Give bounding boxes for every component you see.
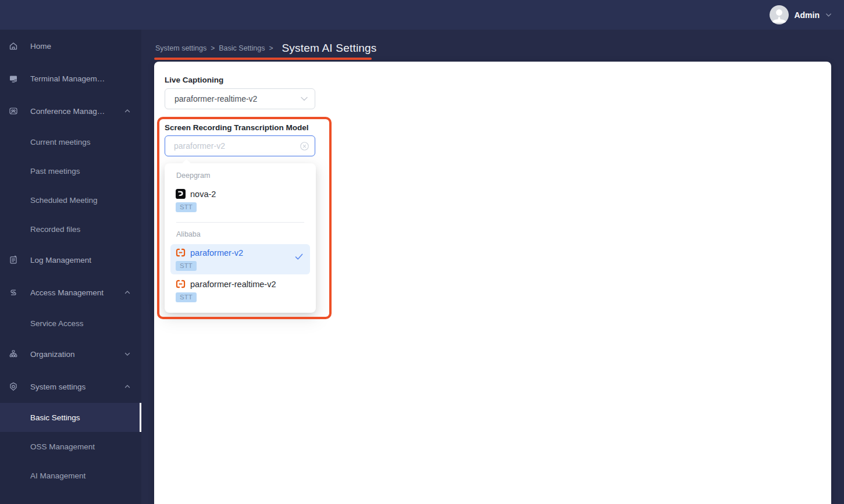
sidebar-item-label: Recorded files xyxy=(30,225,80,234)
sidebar-item-scheduled-meeting[interactable]: Scheduled Meeting xyxy=(0,185,141,215)
deepgram-logo-icon xyxy=(176,189,186,199)
chevron-up-icon xyxy=(124,383,131,390)
sidebar-item-label: Current meetings xyxy=(30,138,91,146)
dropdown-group-alibaba: Alibaba xyxy=(176,230,310,238)
sidebar-item-organization[interactable]: Organization xyxy=(0,338,141,370)
model-dropdown: Deepgram nova-2 STT Alibaba xyxy=(165,163,316,313)
settings-card: Live Captioning paraformer-realtime-v2 S… xyxy=(154,62,831,504)
page-title: System AI Settings xyxy=(282,42,376,55)
sidebar-item-terminal-management[interactable]: Terminal Managem… xyxy=(0,62,141,95)
sidebar-item-service-access[interactable]: Service Access xyxy=(0,309,141,338)
access-icon xyxy=(9,288,18,297)
option-label: paraformer-v2 xyxy=(190,248,243,258)
option-label: paraformer-realtime-v2 xyxy=(190,280,276,289)
stt-badge: STT xyxy=(176,202,197,212)
breadcrumb-separator: > xyxy=(269,44,273,52)
dropdown-caret xyxy=(182,159,191,169)
chevron-up-icon xyxy=(124,108,131,115)
breadcrumb: System settings > Basic Settings > Syste… xyxy=(155,39,377,58)
user-menu[interactable]: Admin xyxy=(770,0,832,30)
annotation-underline xyxy=(154,58,372,60)
transcription-model-field xyxy=(165,135,315,156)
live-captioning-value: paraformer-realtime-v2 xyxy=(175,94,301,103)
alibaba-logo-icon xyxy=(176,280,186,288)
conference-icon xyxy=(9,106,18,116)
dropdown-divider xyxy=(176,222,304,223)
chevron-down-icon xyxy=(124,351,131,358)
content-area: System settings > Basic Settings > Syste… xyxy=(141,30,844,504)
sidebar-item-home[interactable]: Home xyxy=(0,30,141,62)
live-captioning-select[interactable]: paraformer-realtime-v2 xyxy=(165,88,315,109)
option-paraformer-realtime-v2[interactable]: paraformer-realtime-v2 STT xyxy=(170,276,310,306)
sidebar-item-label: Service Access xyxy=(30,319,84,328)
stt-badge: STT xyxy=(176,261,197,271)
sidebar-item-system-settings[interactable]: System settings xyxy=(0,370,141,403)
sidebar-item-label: Home xyxy=(30,42,131,51)
sidebar-item-past-meetings[interactable]: Past meetings xyxy=(0,156,141,185)
sidebar-item-access-management[interactable]: Access Management xyxy=(0,276,141,309)
clear-icon[interactable] xyxy=(300,142,309,151)
sidebar-item-label: Past meetings xyxy=(30,167,80,176)
chevron-down-icon xyxy=(301,96,308,101)
sidebar-item-label: Log Management xyxy=(30,256,131,264)
sidebar-item-ai-management[interactable]: AI Management xyxy=(0,461,141,490)
check-icon xyxy=(295,253,303,260)
sidebar-item-label: Scheduled Meeting xyxy=(30,196,98,205)
breadcrumb-basic-settings[interactable]: Basic Settings xyxy=(219,44,265,52)
person-icon xyxy=(770,5,789,24)
settings-icon xyxy=(9,382,18,391)
option-label: nova-2 xyxy=(190,190,216,199)
sidebar-item-label: Access Management xyxy=(30,288,119,297)
option-paraformer-v2[interactable]: paraformer-v2 STT xyxy=(170,244,310,274)
transcription-model-label: Screen Recording Transcription Model xyxy=(165,123,309,132)
sidebar-nav: Home Terminal Managem… Conference Manag…… xyxy=(0,30,141,504)
log-icon xyxy=(9,255,18,264)
sidebar-item-current-meetings[interactable]: Current meetings xyxy=(0,127,141,156)
sidebar-item-label: Basic Settings xyxy=(30,413,80,422)
option-nova-2[interactable]: nova-2 STT xyxy=(170,185,310,216)
transcription-model-search-input[interactable] xyxy=(165,135,315,156)
top-header-bar: Admin xyxy=(0,0,844,30)
stt-badge: STT xyxy=(176,292,197,302)
sidebar-item-label: OSS Management xyxy=(30,442,95,451)
sidebar-item-label: Terminal Managem… xyxy=(30,74,131,83)
chevron-up-icon xyxy=(124,289,131,296)
sidebar-item-conference-management[interactable]: Conference Manag… xyxy=(0,95,141,127)
dropdown-group-deepgram: Deepgram xyxy=(176,171,310,180)
organization-icon xyxy=(9,349,18,359)
breadcrumb-separator: > xyxy=(211,44,215,52)
breadcrumb-system-settings[interactable]: System settings xyxy=(155,44,206,52)
alibaba-logo-icon xyxy=(176,248,186,257)
sidebar-item-recorded-files[interactable]: Recorded files xyxy=(0,215,141,244)
terminal-icon xyxy=(9,74,18,83)
sidebar-item-basic-settings[interactable]: Basic Settings xyxy=(0,403,141,432)
sidebar-item-log-management[interactable]: Log Management xyxy=(0,244,141,276)
live-captioning-label: Live Captioning xyxy=(165,76,223,84)
sidebar-item-label: Conference Manag… xyxy=(30,107,119,116)
home-icon xyxy=(9,41,18,51)
sidebar-item-oss-management[interactable]: OSS Management xyxy=(0,432,141,461)
sidebar-item-label: AI Management xyxy=(30,471,86,480)
sidebar-item-label: System settings xyxy=(30,383,119,391)
sidebar-item-label: Organization xyxy=(30,350,119,359)
user-name: Admin xyxy=(794,10,820,20)
chevron-down-icon[interactable] xyxy=(825,11,832,19)
avatar[interactable] xyxy=(770,5,789,24)
